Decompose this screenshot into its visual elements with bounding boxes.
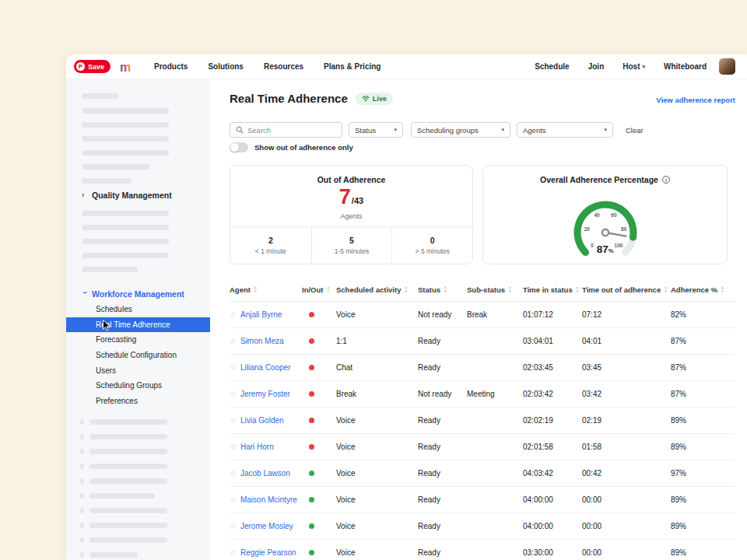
column-header[interactable]: In/Out ▲▼ bbox=[302, 285, 336, 294]
table-row[interactable]: ☆ Livia Golden Voice Ready 02:02:19 02:1… bbox=[230, 408, 735, 434]
inout-status-dot bbox=[309, 497, 314, 502]
sidebar-subitem[interactable]: Scheduling Groups bbox=[66, 378, 210, 394]
agents-table-header: Agent ▲▼ In/Out ▲▼ Scheduled activity ▲▼… bbox=[230, 278, 735, 302]
save-label: Save bbox=[88, 63, 104, 71]
table-row[interactable]: ☆ Maison Mcintyre Voice Ready 04:00:00 0… bbox=[230, 487, 735, 513]
pinterest-save-button[interactable]: P Save bbox=[74, 60, 110, 73]
column-header-label: Time out of adherence bbox=[582, 285, 661, 294]
agent-link[interactable]: Reggie Pearson bbox=[240, 548, 296, 557]
agent-link[interactable]: Jerome Mosley bbox=[240, 522, 293, 530]
agent-link[interactable]: Jacob Lawson bbox=[240, 469, 290, 478]
view-adherence-report-link[interactable]: View adherence report bbox=[656, 96, 735, 104]
inout-status-dot bbox=[309, 391, 314, 397]
sort-icon[interactable]: ▲▼ bbox=[508, 286, 511, 292]
skeleton-bar bbox=[80, 552, 84, 558]
skeleton-bar bbox=[82, 108, 169, 114]
star-icon[interactable]: ☆ bbox=[230, 416, 237, 425]
star-icon[interactable]: ☆ bbox=[230, 337, 237, 345]
table-row[interactable]: ☆ Jacob Lawson Voice Ready 04:03:42 00:4… bbox=[230, 460, 735, 487]
adherence-percent-cell: 97% bbox=[671, 469, 735, 478]
time-in-status-cell: 01:07:12 bbox=[523, 310, 582, 319]
sort-icon[interactable]: ▲▼ bbox=[721, 286, 724, 292]
nav-item-label: Products bbox=[154, 62, 188, 71]
sidebar-subitem[interactable]: Users bbox=[66, 362, 210, 378]
column-header[interactable]: Time in status ▲▼ bbox=[523, 285, 582, 294]
column-header[interactable]: Sub-status ▲▼ bbox=[467, 285, 523, 294]
sidebar-item-quality-management[interactable]: › Quality Management bbox=[66, 188, 210, 202]
agent-link[interactable]: Liliana Cooper bbox=[240, 363, 291, 372]
agent-link[interactable]: Livia Golden bbox=[240, 416, 284, 425]
table-row[interactable]: ☆ Reggie Pearson Voice Ready 03:30:00 00… bbox=[230, 540, 735, 560]
table-row[interactable]: ☆ Liliana Cooper Chat Ready 02:03:45 03:… bbox=[230, 355, 735, 381]
sidebar-subitem-label: Schedule Configuration bbox=[96, 351, 177, 359]
chevron-down-icon: ▾ bbox=[394, 127, 397, 133]
table-row[interactable]: ☆ Hari Horn Voice Ready 02:01:58 01:58 8… bbox=[230, 434, 735, 460]
table-row[interactable]: ☆ Anjali Byrne Voice Not ready Break 01:… bbox=[230, 302, 735, 328]
agent-link[interactable]: Simon Meza bbox=[240, 337, 284, 345]
column-header-label: Status bbox=[418, 285, 440, 294]
sort-icon[interactable]: ▲▼ bbox=[576, 286, 579, 292]
sidebar-item-workforce-management[interactable]: › Workforce Management bbox=[66, 287, 210, 301]
star-icon[interactable]: ☆ bbox=[230, 548, 237, 557]
nav-item[interactable]: Plans & Pricing bbox=[324, 62, 381, 71]
scheduling-groups-dropdown[interactable]: Scheduling groups ▾ bbox=[411, 122, 510, 138]
skeleton-bar bbox=[82, 164, 150, 170]
agent-link[interactable]: Hari Horn bbox=[240, 443, 274, 451]
sort-icon[interactable]: ▲▼ bbox=[404, 286, 407, 292]
star-icon[interactable]: ☆ bbox=[230, 443, 237, 451]
nav-item[interactable]: Whiteboard bbox=[664, 62, 707, 71]
skeleton-bar bbox=[82, 239, 169, 244]
star-icon[interactable]: ☆ bbox=[230, 469, 237, 478]
time-out-of-adherence-cell: 00:00 bbox=[582, 495, 671, 504]
sidebar-subitem[interactable]: Schedules bbox=[66, 302, 210, 317]
nav-item[interactable]: Schedule bbox=[535, 62, 569, 71]
table-row[interactable]: ☆ Jeremy Foster Break Not ready Meeting … bbox=[230, 381, 735, 408]
skeleton-bar bbox=[89, 478, 167, 484]
sidebar-subitem[interactable]: Real Time Adherence bbox=[66, 317, 210, 333]
gauge-value-unit: % bbox=[608, 247, 614, 254]
search-input[interactable]: Search bbox=[230, 122, 342, 138]
sidebar-subitem[interactable]: Forecasting bbox=[66, 332, 210, 348]
agent-link[interactable]: Anjali Byrne bbox=[240, 310, 282, 319]
nav-item[interactable]: Join bbox=[588, 62, 605, 71]
scheduled-activity-cell: 1:1 bbox=[336, 337, 418, 345]
sidebar-subitem[interactable]: Schedule Configuration bbox=[66, 348, 210, 363]
agents-dropdown[interactable]: Agents ▾ bbox=[517, 122, 613, 138]
column-header[interactable]: Time out of adherence ▲▼ bbox=[582, 285, 671, 294]
out-of-adherence-toggle[interactable] bbox=[230, 142, 248, 152]
sort-icon[interactable]: ▲▼ bbox=[664, 286, 667, 292]
star-icon[interactable]: ☆ bbox=[230, 363, 237, 372]
star-icon[interactable]: ☆ bbox=[230, 310, 237, 319]
nav-item[interactable]: Host ▾ bbox=[622, 62, 645, 71]
star-icon[interactable]: ☆ bbox=[230, 495, 237, 504]
sidebar-subitem[interactable]: Preferences bbox=[66, 394, 210, 409]
status-dropdown[interactable]: Status ▾ bbox=[349, 122, 403, 138]
column-header-label: Adherence % bbox=[671, 285, 717, 294]
time-out-of-adherence-cell: 07:12 bbox=[582, 310, 671, 319]
sort-icon[interactable]: ▲▼ bbox=[326, 286, 329, 292]
star-icon[interactable]: ☆ bbox=[230, 390, 237, 398]
nav-item[interactable]: Solutions bbox=[208, 62, 244, 71]
skeleton-bar bbox=[89, 537, 167, 543]
column-header[interactable]: Scheduled activity ▲▼ bbox=[336, 285, 418, 294]
skeleton-bar bbox=[80, 537, 84, 543]
status-cell: Ready bbox=[418, 469, 467, 478]
skeleton-bar bbox=[82, 136, 169, 142]
adherence-breakdown-item: 5 1-5 minutes bbox=[311, 227, 392, 264]
nav-item[interactable]: Resources bbox=[264, 62, 303, 71]
table-row[interactable]: ☆ Jerome Mosley Voice Ready 04:00:00 00:… bbox=[230, 513, 735, 540]
column-header[interactable]: Agent ▲▼ bbox=[230, 285, 302, 294]
info-icon[interactable]: i bbox=[662, 176, 670, 184]
nav-item[interactable]: Products bbox=[154, 62, 188, 71]
agent-link[interactable]: Jeremy Foster bbox=[240, 390, 290, 398]
column-header[interactable]: Adherence % ▲▼ bbox=[671, 285, 735, 294]
star-icon[interactable]: ☆ bbox=[230, 522, 237, 530]
column-header[interactable]: Status ▲▼ bbox=[418, 285, 467, 294]
agent-link[interactable]: Maison Mcintyre bbox=[240, 495, 297, 504]
sort-icon[interactable]: ▲▼ bbox=[444, 286, 447, 292]
clear-filters-button[interactable]: Clear bbox=[626, 126, 644, 135]
user-avatar[interactable] bbox=[719, 58, 735, 75]
sort-icon[interactable]: ▲▼ bbox=[254, 286, 257, 292]
table-row[interactable]: ☆ Simon Meza 1:1 Ready 03:04:01 04:01 87… bbox=[230, 328, 735, 355]
brand-logo-icon[interactable]: m bbox=[118, 60, 137, 74]
